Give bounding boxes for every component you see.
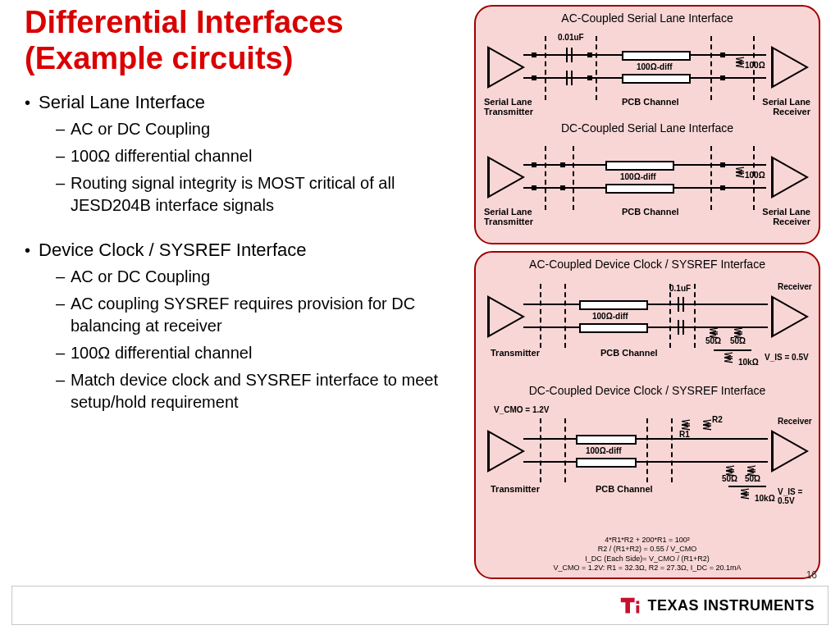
eqn-2: R2 / (R1+R2) = 0.55 / V_CMO: [476, 545, 819, 554]
bullet-2-sub-3: 100Ω differential channel: [56, 342, 459, 364]
pcb-label: PCB Channel: [596, 484, 653, 494]
resistor-icon: WW: [727, 466, 733, 473]
term50-label: 50Ω: [745, 474, 760, 483]
fig2-ac-title: AC-Coupled Device Clock / SYSREF Interfa…: [476, 258, 819, 271]
ti-logo: TEXAS INSTRUMENTS: [618, 593, 815, 618]
rx-buffer-icon: [771, 156, 809, 199]
term50-label: 50Ω: [730, 336, 746, 345]
eqn-4: V_CMO = 1.2V: R1 = 32.3Ω, R2 = 27.3Ω, I_…: [476, 564, 819, 573]
bullet-1: Serial Lane Interface AC or DC Coupling …: [25, 92, 459, 217]
page-number: 16: [806, 569, 817, 581]
resistor-icon: WW: [710, 328, 717, 336]
vcmo-label: V_CMO = 1.2V: [494, 405, 550, 414]
title-line-2: (Example circuits): [25, 41, 293, 75]
tx-label: Transmitter: [491, 348, 540, 358]
eqn-3: I_DC (Each Side)= V_CMO / (R1+R2): [476, 555, 819, 564]
fig1-dc-title: DC-Coupled Serial Lane Interface: [476, 121, 819, 135]
tx-buffer-icon: [487, 156, 525, 199]
diff-impedance-label: 100Ω-diff: [586, 446, 622, 455]
content-area: Serial Lane Interface AC or DC Coupling …: [25, 92, 459, 428]
ti-brand-text: TEXAS INSTRUMENTS: [647, 597, 815, 614]
footer-bar: TEXAS INSTRUMENTS: [11, 586, 829, 625]
resistor-icon: WW: [704, 420, 710, 427]
term-impedance-label: 100Ω: [745, 61, 765, 70]
fig2-dc-diagram: 100Ω-diff V_CMO = 1.2V WW WW R1 R2 WW WW…: [482, 399, 812, 514]
ti-logo-icon: [618, 593, 642, 618]
slide-title: Differential Interfaces (Example circuit…: [25, 5, 344, 76]
term50-label: 50Ω: [705, 336, 721, 345]
cap-value-label: 0.01uF: [558, 33, 584, 42]
pcb-label: PCB Channel: [622, 97, 679, 107]
cap-value-label: 0.1uF: [669, 284, 691, 293]
resistor-icon: WW: [742, 489, 748, 496]
fig1-ac-diagram: 0.01uF 100Ω-diff WW 100Ω Serial Lane Tra…: [482, 26, 812, 116]
rx-label: Serial Lane Receiver: [753, 207, 810, 226]
resistor-icon: WW: [682, 420, 689, 427]
bullet-2: Device Clock / SYSREF Interface AC or DC…: [25, 240, 459, 413]
fig1-ac-title: AC-Coupled Serial Lane Interface: [476, 11, 819, 25]
rx-label: Receiver: [778, 417, 812, 426]
term-resistor-icon: WW: [737, 167, 743, 175]
tx-label: Transmitter: [491, 484, 540, 494]
tx-label: Serial Lane Transmitter: [484, 97, 550, 116]
pcb-label: PCB Channel: [622, 207, 679, 217]
tx-buffer-icon: [487, 46, 525, 89]
bullet-2-sub-4: Match device clock and SYSREF interface …: [56, 369, 459, 413]
title-line-1: Differential Interfaces: [25, 5, 344, 39]
vis-label: V_IS = 0.5V: [765, 353, 809, 362]
bullet-1-sub-2: 100Ω differential channel: [56, 145, 459, 167]
term-resistor-icon: WW: [737, 57, 743, 65]
resistor-icon: WW: [748, 466, 755, 473]
figure-clock-sysref: AC-Coupled Device Clock / SYSREF Interfa…: [474, 251, 820, 579]
figure-serial-lane: AC-Coupled Serial Lane Interface 0.01uF …: [474, 5, 820, 244]
diff-impedance-label: 100Ω-diff: [637, 62, 673, 71]
diff-impedance-label: 100Ω-diff: [620, 172, 656, 181]
rx-label: Serial Lane Receiver: [753, 97, 810, 116]
resistor-icon: WW: [725, 353, 732, 360]
r10k-label: 10kΩ: [755, 494, 775, 503]
tx-buffer-icon: [487, 430, 525, 472]
fig1-dc-diagram: 100Ω-diff WW 100Ω Serial Lane Transmitte…: [482, 136, 812, 226]
tx-buffer-icon: [487, 295, 525, 338]
rx-buffer-icon: [771, 295, 809, 338]
bullet-2-sub-2: AC coupling SYSREF requires provision fo…: [56, 293, 459, 337]
term-impedance-label: 100Ω: [745, 171, 765, 180]
resistor-icon: WW: [735, 328, 742, 336]
pcb-label: PCB Channel: [600, 348, 658, 358]
rx-buffer-icon: [771, 46, 809, 89]
diff-impedance-label: 100Ω-diff: [592, 312, 628, 321]
equations: 4*R1*R2 + 200*R1 = 100² R2 / (R1+R2) = 0…: [476, 536, 819, 573]
term50-label: 50Ω: [722, 474, 737, 483]
fig2-ac-diagram: 100Ω-diff 0.1uF WW WW 50Ω 50Ω WW 10kΩ V_…: [482, 272, 812, 379]
r2-label: R2: [712, 415, 723, 424]
fig2-dc-title: DC-Coupled Device Clock / SYSREF Interfa…: [476, 384, 819, 397]
vis-label: V_IS = 0.5V: [778, 487, 812, 505]
bullet-2-sub-1: AC or DC Coupling: [56, 266, 459, 288]
bullet-1-sub-1: AC or DC Coupling: [56, 118, 459, 140]
bullet-1-sub-3: Routing signal integrity is MOST critica…: [56, 172, 459, 217]
r10k-label: 10kΩ: [738, 358, 759, 367]
rx-buffer-icon: [771, 430, 809, 472]
r1-label: R1: [679, 430, 690, 439]
rx-label: Receiver: [778, 282, 812, 291]
tx-label: Serial Lane Transmitter: [484, 207, 550, 226]
eqn-1: 4*R1*R2 + 200*R1 = 100²: [476, 536, 819, 545]
